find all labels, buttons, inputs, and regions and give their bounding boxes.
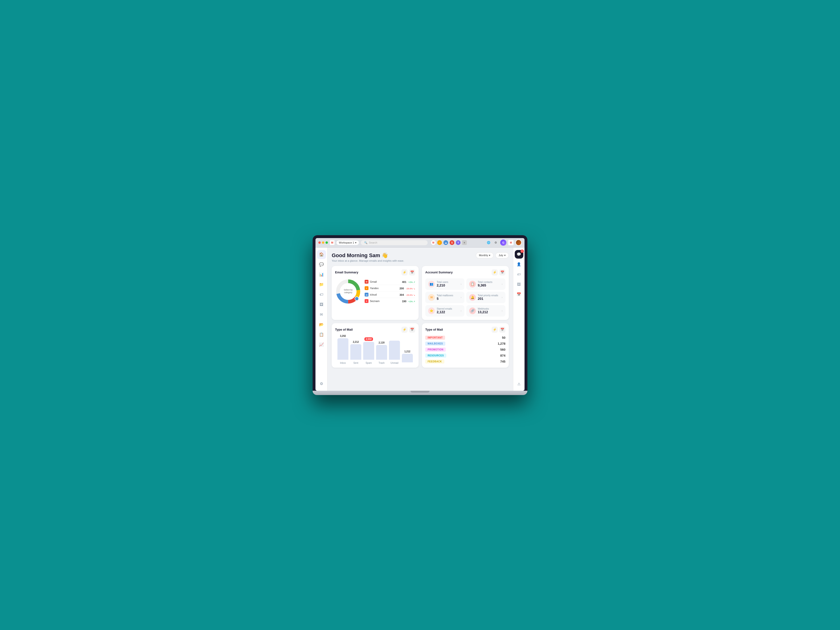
mailboxes-icon: ✉: [428, 294, 435, 301]
email-summary-header: Email Summary ⚡ 📅: [335, 269, 415, 276]
july-filter[interactable]: July ▾: [496, 252, 509, 258]
email-item-gmail: M Gmail 401 +2% ↗: [365, 279, 415, 285]
seznam-brand-icon: S: [365, 299, 368, 303]
translate-icon[interactable]: 🌐: [486, 240, 491, 245]
settings-icon[interactable]: ⚙: [493, 240, 498, 245]
sidebar-item-gallery[interactable]: 🖼: [317, 300, 326, 309]
tab-yellow[interactable]: ⚡: [437, 240, 442, 245]
monthly-label: Monthly: [479, 254, 488, 257]
sr-chat-item[interactable]: 💬 2: [515, 250, 523, 258]
chevron-right-icon: ›: [461, 282, 461, 286]
priority-icon: 🔔: [469, 294, 476, 301]
bar-sent: 2,212 Sent: [351, 341, 361, 364]
email-summary-actions: ⚡ 📅: [401, 269, 415, 276]
contacts-icon: 📋: [469, 281, 476, 287]
greeting-text: Good Morning Sam 👋: [332, 252, 404, 258]
bar-spam-value: 2,502: [365, 337, 373, 341]
user-avatar[interactable]: [515, 239, 522, 246]
sidebar-item-settings[interactable]: ⚙: [317, 379, 326, 388]
bar-sent-value: 2,212: [353, 341, 358, 343]
filter-icon[interactable]: ⚡: [492, 326, 498, 333]
top-cards-row: Email Summary ⚡ 📅: [332, 266, 509, 320]
filter-icon[interactable]: ⚡: [401, 326, 407, 333]
yandex-brand-icon: Y: [365, 286, 368, 290]
mailboxes-tag: MAILBOXES: [425, 342, 445, 346]
users-icon: 👥: [428, 281, 435, 287]
resources-count: 874: [500, 354, 505, 358]
stat-total-users[interactable]: 👥 Total users 2,210 ›: [425, 279, 464, 290]
filter-icon[interactable]: ⚡: [401, 269, 407, 276]
sidebar-item-home[interactable]: 🏠: [317, 250, 326, 259]
sr-user-add-item[interactable]: 👤: [515, 260, 523, 269]
stat-total-priority-emails[interactable]: 🔔 Total priority emails 201 ›: [466, 292, 505, 303]
sidebar-item-tags[interactable]: 🏷: [317, 290, 326, 299]
yandex-change: -28.6% ↘: [406, 287, 415, 290]
monthly-filter[interactable]: Monthly ▾: [476, 252, 494, 258]
bar-unread: Unread: [389, 340, 400, 364]
laptop-shell: M Workspace 1 ▾ 🔍 Search M ⚡ ☁ S Y + 🌐 ⚙…: [313, 235, 527, 395]
maximize-dot[interactable]: [325, 241, 328, 244]
sidebar-item-archive[interactable]: 📂: [317, 320, 326, 329]
sidebar-item-folders[interactable]: 📁: [317, 280, 326, 289]
stat-total-mailboxes[interactable]: ✉ Total mailboxes 5 ›: [425, 292, 464, 303]
sr-image-item[interactable]: 🖼: [515, 280, 523, 289]
minimize-dot[interactable]: [322, 241, 324, 244]
starred-label: Starred emails: [437, 307, 452, 310]
sr-alert-item[interactable]: ⚠: [515, 380, 523, 388]
screen: M Workspace 1 ▾ 🔍 Search M ⚡ ☁ S Y + 🌐 ⚙…: [316, 238, 524, 391]
tab-purple[interactable]: Y: [456, 240, 461, 245]
bar-trash: 2,120 Trash: [376, 341, 387, 364]
starred-icon: ⭐: [428, 307, 435, 314]
gmail-bar-icon[interactable]: M: [508, 240, 513, 245]
tab-cloud[interactable]: ☁: [444, 240, 448, 245]
users-label: Total users: [437, 281, 448, 284]
workspace-selector[interactable]: Workspace 1 ▾: [336, 241, 359, 245]
bar-spam: 2,502 Spam: [363, 337, 374, 364]
search-bar[interactable]: 🔍 Search: [361, 240, 428, 245]
feedback-tag: FEEDBACK: [425, 359, 444, 364]
priority-label: Total priority emails: [478, 294, 498, 297]
stat-webhooks[interactable]: 🔗 Webhooks 13,212 ›: [466, 305, 505, 317]
stat-total-contacts[interactable]: 📋 Total contacts 9,365 ›: [466, 279, 505, 290]
mailboxes-label: Total mailboxes: [437, 294, 453, 297]
calendar-icon[interactable]: 📅: [499, 269, 505, 276]
priority-value: 201: [478, 297, 498, 301]
tab-add[interactable]: +: [462, 240, 467, 245]
greeting-section: Good Morning Sam 👋 Your inbox at a glanc…: [332, 252, 404, 262]
chevron-right-icon: ›: [502, 309, 502, 312]
search-icon: 🔍: [364, 241, 368, 244]
bar-inbox-label: Inbox: [340, 362, 346, 364]
gmail-count: 401: [402, 280, 406, 284]
sidebar-item-reports[interactable]: 📈: [317, 340, 326, 349]
sidebar-item-mail[interactable]: ✉: [317, 310, 326, 319]
icloud-count: 304: [399, 293, 404, 296]
tab-red[interactable]: S: [450, 240, 454, 245]
sidebar-item-notes[interactable]: 📋: [317, 330, 326, 339]
greeting-subtitle: Your inbox at a glance. Manage emails an…: [332, 259, 404, 262]
stat-starred-emails[interactable]: ⭐ Starred emails 2,122 ›: [425, 305, 464, 317]
webhooks-value: 13,212: [478, 310, 489, 314]
sidebar-item-analytics[interactable]: 📊: [317, 270, 326, 279]
app-layout: 🏠 💬 📊 📁 🏷 🖼 ✉ 📂 📋 📈 ⚙ Good Morning Sam: [316, 247, 524, 391]
filter-icon[interactable]: ⚡: [492, 269, 498, 276]
page-header: Good Morning Sam 👋 Your inbox at a glanc…: [332, 252, 509, 262]
important-tag: IMPORTANT: [425, 335, 445, 340]
calendar-icon[interactable]: 📅: [409, 326, 415, 333]
sr-tag-item[interactable]: 🏷: [515, 270, 523, 279]
chrome-tabs: M ⚡ ☁ S Y +: [431, 240, 467, 245]
donut-center-text: Select by category: [342, 289, 355, 294]
email-item-yandex: Y Yandex 200 -28.6% ↘: [365, 285, 415, 291]
laptop-base: [313, 391, 527, 395]
google-account-avatar[interactable]: G: [500, 239, 506, 246]
starred-value: 2,122: [437, 310, 452, 314]
tab-gmail[interactable]: M: [431, 240, 436, 245]
calendar-icon[interactable]: 📅: [499, 326, 505, 333]
sidebar-item-chat[interactable]: 💬: [317, 260, 326, 269]
sr-calendar-item[interactable]: 📅: [515, 290, 523, 299]
bar-card-actions: ⚡ 📅: [401, 326, 415, 333]
close-dot[interactable]: [318, 241, 321, 244]
mail-type-feedback: FEEDBACK 745: [425, 359, 505, 364]
gmail-brand-name: Gmail: [370, 280, 377, 283]
calendar-icon[interactable]: 📅: [409, 269, 415, 276]
right-sidebar: 💬 2 👤 🏷 🖼 📅 ⚠: [513, 247, 524, 391]
